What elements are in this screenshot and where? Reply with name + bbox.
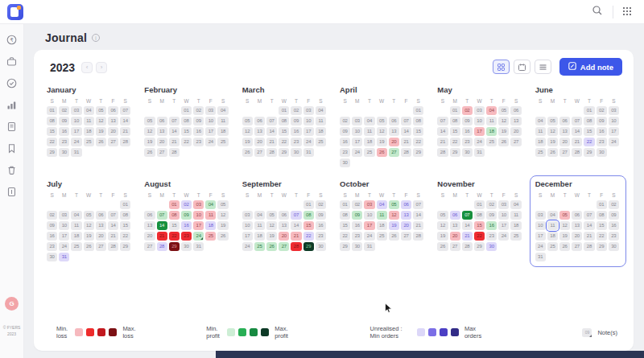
day-cell-may-20[interactable]: 20 xyxy=(510,127,521,136)
day-cell-january-27[interactable]: 27 xyxy=(108,138,118,146)
day-cell-april-2[interactable]: 02 xyxy=(340,117,350,126)
day-cell-november-8[interactable]: 08 xyxy=(474,211,485,220)
day-cell-january-19[interactable]: 19 xyxy=(96,127,106,136)
day-cell-october-13[interactable]: 13 xyxy=(401,211,411,220)
day-cell-february-13[interactable]: 13 xyxy=(157,127,167,136)
day-cell-march-16[interactable]: 16 xyxy=(291,127,301,136)
day-cell-june-6[interactable]: 06 xyxy=(559,117,570,126)
day-cell-december-10[interactable]: 10 xyxy=(535,221,546,230)
day-cell-october-21[interactable]: 21 xyxy=(413,221,423,230)
day-cell-january-25[interactable]: 25 xyxy=(84,138,94,146)
day-cell-march-20[interactable]: 20 xyxy=(254,138,265,146)
day-cell-march-7[interactable]: 07 xyxy=(266,117,277,126)
day-cell-march-22[interactable]: 22 xyxy=(279,138,289,146)
day-cell-january-1[interactable]: 01 xyxy=(47,106,57,115)
day-cell-august-11[interactable]: 11 xyxy=(205,211,216,220)
day-cell-december-31[interactable]: 31 xyxy=(535,253,546,261)
day-cell-april-9[interactable]: 09 xyxy=(340,127,350,136)
day-cell-february-12[interactable]: 12 xyxy=(144,127,155,136)
day-cell-march-27[interactable]: 27 xyxy=(254,148,265,157)
grid-view-button[interactable] xyxy=(493,60,510,74)
day-cell-november-22[interactable]: 22 xyxy=(474,232,485,241)
day-cell-may-22[interactable]: 22 xyxy=(450,138,460,146)
day-cell-december-30[interactable]: 30 xyxy=(609,242,619,251)
apps-menu-button[interactable] xyxy=(623,7,633,17)
day-cell-november-18[interactable]: 18 xyxy=(510,221,521,230)
day-cell-may-21[interactable]: 21 xyxy=(437,138,448,146)
fyers-logo-icon[interactable] xyxy=(7,4,23,20)
day-cell-january-13[interactable]: 13 xyxy=(108,117,118,126)
day-cell-june-27[interactable]: 27 xyxy=(559,148,570,157)
day-cell-november-21[interactable]: 21 xyxy=(462,232,473,241)
day-cell-november-25[interactable]: 25 xyxy=(510,232,521,241)
day-cell-august-24[interactable]: 24 xyxy=(193,232,204,241)
day-cell-may-18[interactable]: 18 xyxy=(486,127,497,136)
day-cell-august-7[interactable]: 07 xyxy=(157,211,167,220)
day-cell-may-1[interactable]: 01 xyxy=(450,106,460,115)
day-cell-may-13[interactable]: 13 xyxy=(510,117,521,126)
day-cell-september-20[interactable]: 20 xyxy=(279,232,289,241)
day-cell-april-18[interactable]: 18 xyxy=(364,138,374,146)
day-cell-june-23[interactable]: 23 xyxy=(597,138,607,146)
day-cell-october-14[interactable]: 14 xyxy=(413,211,423,220)
day-cell-june-7[interactable]: 07 xyxy=(572,117,582,126)
rupee-circle-icon[interactable]: ₹ xyxy=(6,35,17,45)
day-cell-february-25[interactable]: 25 xyxy=(217,138,228,146)
day-cell-august-29[interactable]: 29 xyxy=(169,242,180,251)
day-cell-august-22[interactable]: 22 xyxy=(169,232,180,241)
day-cell-february-22[interactable]: 22 xyxy=(181,138,192,146)
day-cell-july-2[interactable]: 02 xyxy=(47,211,57,220)
day-cell-april-23[interactable]: 23 xyxy=(340,148,350,157)
day-cell-november-15[interactable]: 15 xyxy=(474,221,485,230)
day-cell-april-3[interactable]: 03 xyxy=(352,117,362,126)
day-cell-september-19[interactable]: 19 xyxy=(266,232,277,241)
day-cell-october-1[interactable]: 01 xyxy=(340,200,350,209)
day-cell-september-2[interactable]: 02 xyxy=(316,200,326,209)
day-cell-september-15[interactable]: 15 xyxy=(303,221,314,230)
day-cell-april-29[interactable]: 29 xyxy=(413,148,423,157)
day-cell-january-7[interactable]: 07 xyxy=(120,106,130,115)
day-cell-october-12[interactable]: 12 xyxy=(389,211,399,220)
day-cell-may-15[interactable]: 15 xyxy=(450,127,460,136)
day-cell-december-25[interactable]: 25 xyxy=(547,242,558,251)
day-cell-january-10[interactable]: 10 xyxy=(71,117,81,126)
day-cell-november-13[interactable]: 13 xyxy=(450,221,460,230)
day-cell-may-30[interactable]: 30 xyxy=(462,148,473,157)
day-cell-december-26[interactable]: 26 xyxy=(559,242,570,251)
day-cell-july-3[interactable]: 03 xyxy=(59,211,69,220)
day-cell-december-6[interactable]: 06 xyxy=(572,211,582,220)
day-cell-january-8[interactable]: 08 xyxy=(47,117,57,126)
day-cell-january-24[interactable]: 24 xyxy=(71,138,81,146)
day-cell-december-18[interactable]: 18 xyxy=(547,232,558,241)
day-cell-february-23[interactable]: 23 xyxy=(193,138,204,146)
day-cell-august-18[interactable]: 18 xyxy=(205,221,216,230)
day-cell-january-2[interactable]: 02 xyxy=(59,106,69,115)
day-cell-december-12[interactable]: 12 xyxy=(559,221,570,230)
day-cell-november-11[interactable]: 11 xyxy=(510,211,521,220)
day-cell-october-22[interactable]: 22 xyxy=(340,232,350,241)
day-cell-april-8[interactable]: 08 xyxy=(413,117,423,126)
day-cell-september-6[interactable]: 06 xyxy=(279,211,289,220)
day-cell-december-20[interactable]: 20 xyxy=(572,232,582,241)
day-cell-april-24[interactable]: 24 xyxy=(352,148,362,157)
day-cell-may-24[interactable]: 24 xyxy=(474,138,485,146)
day-cell-november-12[interactable]: 12 xyxy=(437,221,448,230)
day-cell-april-13[interactable]: 13 xyxy=(389,127,399,136)
day-cell-march-12[interactable]: 12 xyxy=(242,127,253,136)
day-cell-january-23[interactable]: 23 xyxy=(59,138,69,146)
day-cell-april-6[interactable]: 06 xyxy=(389,117,399,126)
day-cell-july-14[interactable]: 14 xyxy=(108,221,118,230)
day-cell-june-19[interactable]: 19 xyxy=(547,138,558,146)
day-cell-december-21[interactable]: 21 xyxy=(584,232,594,241)
document-icon[interactable] xyxy=(6,121,17,132)
day-cell-september-10[interactable]: 10 xyxy=(242,221,253,230)
day-cell-november-26[interactable]: 26 xyxy=(437,242,448,251)
day-cell-april-27[interactable]: 27 xyxy=(389,148,399,157)
day-cell-april-19[interactable]: 19 xyxy=(377,138,387,146)
day-cell-april-1[interactable]: 01 xyxy=(413,106,423,115)
day-cell-june-25[interactable]: 25 xyxy=(535,148,546,157)
day-cell-september-26[interactable]: 26 xyxy=(266,242,277,251)
trash-icon[interactable] xyxy=(6,165,17,175)
day-cell-july-20[interactable]: 20 xyxy=(96,232,106,241)
day-cell-january-9[interactable]: 09 xyxy=(59,117,69,126)
